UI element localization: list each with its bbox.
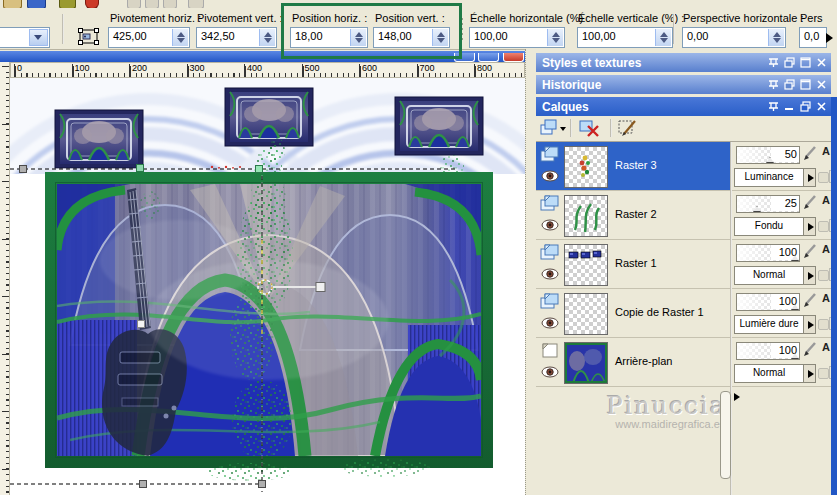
field-label: Perspective horizontale : [683, 12, 803, 24]
opacity-value: 50 [771, 147, 799, 162]
visibility-eye-icon[interactable] [541, 170, 559, 184]
layer-row-raster2[interactable]: Raster 2 [536, 191, 730, 240]
layer-controls-background: 100 A Normal [732, 338, 831, 387]
layer-thumbnail[interactable] [564, 293, 608, 335]
spinner-buttons[interactable] [655, 29, 671, 46]
horizontal-ruler: 0 100 200 300 400 500 600 700 800 [10, 62, 525, 78]
pin-icon[interactable] [767, 78, 780, 91]
close-icon[interactable] [815, 78, 828, 91]
pane-splitter-handle[interactable] [720, 391, 731, 479]
opacity-slider[interactable]: 100 [736, 342, 800, 360]
maximize-button[interactable] [478, 53, 499, 62]
preset-combo[interactable] [0, 27, 50, 48]
link-icon [818, 319, 829, 330]
blend-mode-arrow-icon[interactable] [803, 168, 816, 187]
spinner-buttons[interactable] [172, 29, 188, 46]
app-window: Pivotement horiz. : 425,00 Pivotement ve… [0, 0, 837, 495]
new-layer-button[interactable] [538, 117, 568, 140]
blend-mode-select[interactable]: Normal [734, 266, 804, 285]
blend-mode-select[interactable]: Fondu [734, 217, 804, 236]
spinner-buttons[interactable] [768, 29, 784, 46]
brush-icon[interactable] [802, 242, 820, 261]
restore-icon[interactable] [783, 56, 796, 69]
close-button[interactable] [503, 53, 524, 62]
opacity-slider[interactable]: 25 [736, 195, 800, 213]
blend-mode-arrow-icon[interactable] [803, 217, 816, 236]
close-icon[interactable] [815, 56, 828, 69]
blend-mode-select[interactable]: Luminance [734, 168, 804, 187]
scale-horiz-field[interactable]: 100,00 [469, 27, 565, 48]
spinner-buttons[interactable] [259, 29, 275, 46]
edit-selection-button[interactable] [616, 117, 646, 140]
raster-layer-icon [540, 293, 562, 312]
opacity-slider[interactable]: 50 [736, 146, 800, 164]
minimize-icon[interactable] [783, 100, 796, 113]
visibility-eye-icon[interactable] [541, 366, 559, 380]
blend-mode-arrow-icon[interactable] [803, 364, 816, 383]
layer-thumbnail[interactable] [564, 195, 608, 237]
layer-row-copie[interactable]: Copie de Raster 1 [536, 289, 730, 338]
layer-controls-raster2: 25 A Fondu [732, 191, 831, 240]
restore-icon[interactable] [799, 100, 812, 113]
blend-mode-select[interactable]: Lumière dure [734, 315, 804, 334]
opacity-slider-marker[interactable] [753, 206, 761, 212]
splitter-arrow-icon[interactable] [734, 393, 740, 401]
opacity-value: 25 [771, 196, 799, 211]
raster-layer-icon [540, 244, 562, 263]
background-layer-icon [540, 342, 562, 361]
perspective-horiz-field[interactable]: 0,00 [682, 27, 786, 48]
pivot-horiz-field[interactable]: 425,00 [108, 27, 190, 48]
visibility-eye-icon[interactable] [541, 317, 559, 331]
close-icon[interactable] [815, 100, 828, 113]
right-panel-column: Styles et textures Historique Calques [536, 49, 837, 495]
brush-icon[interactable] [802, 340, 820, 359]
spinner-buttons[interactable] [547, 29, 563, 46]
pin-icon[interactable] [767, 100, 780, 113]
deform-handle[interactable] [140, 481, 147, 488]
layer-thumbnail[interactable] [564, 342, 608, 384]
panel-title: Calques [542, 100, 589, 114]
brush-icon[interactable] [802, 144, 820, 163]
canvas[interactable] [10, 78, 525, 495]
delete-layer-button[interactable] [576, 117, 606, 140]
deform-handle[interactable] [138, 321, 145, 328]
visibility-eye-icon[interactable] [541, 268, 559, 282]
pin-icon[interactable] [767, 56, 780, 69]
deform-handle[interactable] [259, 481, 266, 488]
brush-icon[interactable] [802, 193, 820, 212]
opacity-slider[interactable]: 100 [736, 244, 800, 262]
deform-handle[interactable] [256, 166, 263, 173]
combo-dropdown-arrow-icon[interactable] [29, 29, 48, 46]
mini-frame-2 [225, 88, 313, 146]
toolbar-overflow-arrow[interactable] [826, 33, 833, 43]
maximize-icon[interactable] [799, 78, 812, 91]
layer-thumbnail[interactable] [564, 244, 608, 286]
panel-history-titlebar: Historique [536, 75, 831, 94]
restore-icon[interactable] [783, 78, 796, 91]
deform-handle[interactable] [20, 166, 27, 173]
brush-icon[interactable] [802, 291, 820, 310]
perspective-vert-field[interactable]: 0,0 [799, 27, 827, 48]
deform-options-toolbar: Pivotement horiz. : 425,00 Pivotement ve… [0, 8, 837, 50]
toolbar-separator [673, 14, 675, 44]
field-label: Échelle horizontale (%) : [470, 12, 589, 24]
blend-mode-select[interactable]: Normal [734, 364, 804, 383]
pivot-vert-field[interactable]: 342,50 [196, 27, 277, 48]
maximize-icon[interactable] [799, 56, 812, 69]
layer-row-raster3[interactable]: Raster 3 [536, 142, 730, 191]
blend-mode-arrow-icon[interactable] [803, 315, 816, 334]
layer-row-background[interactable]: Arrière-plan [536, 338, 730, 387]
dock-edge [525, 49, 536, 495]
visibility-eye-icon[interactable] [541, 219, 559, 233]
deform-handle[interactable] [137, 165, 144, 172]
field-label: Pivotement vert. : [197, 12, 283, 24]
blend-mode-arrow-icon[interactable] [803, 266, 816, 285]
scale-vert-field[interactable]: 100,00 [577, 27, 673, 48]
link-icon [818, 368, 829, 379]
opacity-slider[interactable]: 100 [736, 293, 800, 311]
canvas-artwork [10, 78, 525, 495]
layer-thumbnail[interactable] [564, 146, 608, 188]
layers-list: Raster 3 Raster 2 [536, 141, 831, 495]
layer-row-raster1[interactable]: Raster 1 [536, 240, 730, 289]
mini-frame-1 [55, 110, 143, 168]
